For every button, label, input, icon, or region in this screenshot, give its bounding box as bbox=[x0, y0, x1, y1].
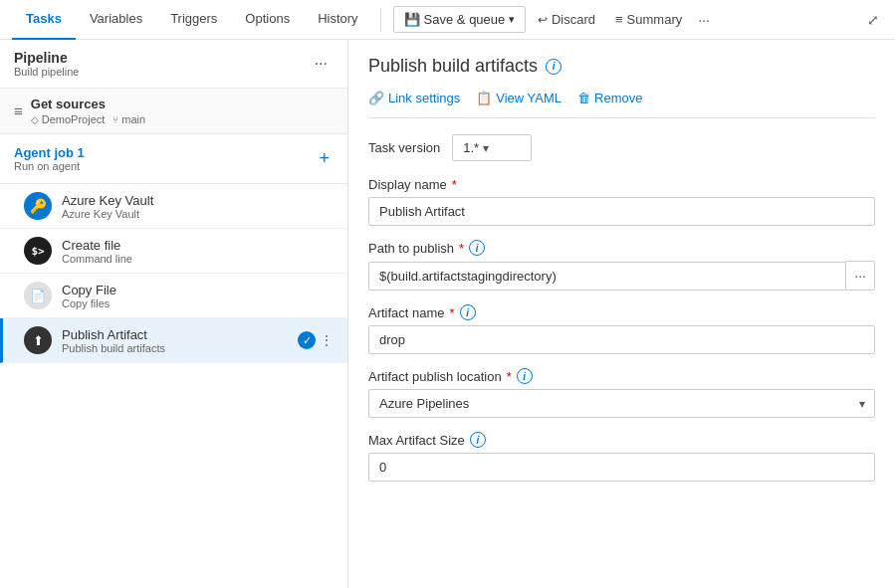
summary-button[interactable]: ≡ Summary bbox=[607, 8, 690, 31]
summary-icon: ≡ bbox=[615, 12, 623, 27]
version-chevron: ▾ bbox=[483, 141, 489, 155]
get-sources-branch: ⑂ main bbox=[112, 113, 145, 125]
path-input-wrapper: ··· bbox=[368, 261, 875, 291]
nav-actions: 💾 Save & queue ▾ ↩ Discard ≡ Summary ··· bbox=[393, 6, 714, 33]
create-file-name: Create file bbox=[62, 238, 132, 253]
main-layout: Pipeline Build pipeline ··· ≡ Get source… bbox=[0, 40, 895, 588]
task-item-create-file[interactable]: $> Create file Command line bbox=[0, 229, 347, 274]
create-file-sub: Command line bbox=[62, 253, 132, 265]
max-artifact-size-field: Max Artifact Size i bbox=[368, 432, 875, 482]
more-options-button[interactable]: ··· bbox=[694, 8, 714, 32]
save-queue-chevron: ▾ bbox=[509, 13, 515, 26]
task-version-label: Task version bbox=[368, 140, 440, 155]
agent-job-info: Agent job 1 Run on agent bbox=[14, 145, 85, 172]
artifact-publish-location-field: Artifact publish location * i Azure Pipe… bbox=[368, 368, 875, 418]
copy-file-text: Copy File Copy files bbox=[62, 283, 116, 309]
pipeline-title: Pipeline bbox=[14, 50, 79, 66]
azure-key-vault-name: Azure Key Vault bbox=[62, 193, 153, 208]
create-file-text: Create file Command line bbox=[62, 238, 132, 265]
panel-title-row: Publish build artifacts i bbox=[368, 56, 875, 77]
artifact-name-info-icon[interactable]: i bbox=[460, 304, 476, 320]
path-to-publish-input[interactable] bbox=[368, 262, 845, 291]
sidebar: Pipeline Build pipeline ··· ≡ Get source… bbox=[0, 40, 348, 588]
remove-button[interactable]: 🗑 Remove bbox=[577, 91, 642, 105]
get-sources-label: Get sources bbox=[31, 97, 145, 111]
top-nav: Tasks Variables Triggers Options History… bbox=[0, 0, 895, 40]
create-file-icon: $> bbox=[24, 237, 52, 265]
discard-button[interactable]: ↩ Discard bbox=[530, 7, 603, 32]
copy-file-sub: Copy files bbox=[62, 297, 116, 309]
publish-artifact-check: ✓ bbox=[298, 331, 316, 349]
display-name-required: * bbox=[452, 177, 457, 192]
agent-job-header: Agent job 1 Run on agent + bbox=[0, 134, 347, 184]
artifact-name-label: Artifact name * i bbox=[368, 304, 875, 320]
location-info-icon[interactable]: i bbox=[517, 368, 533, 384]
title-info-icon[interactable]: i bbox=[546, 59, 561, 75]
repo-icon: ◇ bbox=[31, 114, 39, 125]
artifact-publish-location-label: Artifact publish location * i bbox=[368, 368, 875, 384]
panel-title: Publish build artifacts bbox=[368, 56, 538, 77]
expand-icon[interactable]: ⤢ bbox=[863, 8, 883, 32]
nav-tabs: Tasks Variables Triggers Options History bbox=[12, 0, 372, 40]
publish-artifact-text: Publish Artifact Publish build artifacts bbox=[62, 327, 165, 354]
publish-artifact-name: Publish Artifact bbox=[62, 327, 165, 342]
copy-file-name: Copy File bbox=[62, 283, 116, 297]
link-settings-button[interactable]: 🔗 Link settings bbox=[368, 91, 460, 105]
tab-options[interactable]: Options bbox=[231, 0, 304, 40]
discard-icon: ↩ bbox=[538, 13, 548, 27]
tab-tasks[interactable]: Tasks bbox=[12, 0, 76, 40]
artifact-name-required: * bbox=[450, 305, 455, 320]
pipeline-info: Pipeline Build pipeline bbox=[14, 50, 79, 78]
view-yaml-button[interactable]: 📋 View YAML bbox=[476, 91, 561, 105]
publish-artifact-sub: Publish build artifacts bbox=[62, 342, 165, 354]
path-browse-button[interactable]: ··· bbox=[845, 261, 875, 291]
task-item-copy-file[interactable]: 📄 Copy File Copy files bbox=[0, 274, 347, 318]
task-item-publish-artifact[interactable]: ⬆ Publish Artifact Publish build artifac… bbox=[0, 318, 347, 363]
right-panel: Publish build artifacts i 🔗 Link setting… bbox=[348, 40, 895, 588]
tab-history[interactable]: History bbox=[304, 0, 371, 40]
publish-artifact-icon: ⬆ bbox=[24, 326, 52, 354]
get-sources-icon: ≡ bbox=[14, 102, 23, 119]
location-required: * bbox=[507, 369, 512, 384]
artifact-name-input[interactable] bbox=[368, 325, 875, 354]
task-item-azure-key-vault[interactable]: 🔑 Azure Key Vault Azure Key Vault bbox=[0, 184, 347, 229]
agent-job-title: Agent job 1 bbox=[14, 145, 85, 160]
get-sources-item[interactable]: ≡ Get sources ◇ DemoProject ⑂ main bbox=[0, 89, 347, 134]
pipeline-more-button[interactable]: ··· bbox=[309, 53, 334, 75]
max-artifact-size-input[interactable] bbox=[368, 453, 875, 482]
link-icon: 🔗 bbox=[368, 91, 384, 105]
save-queue-button[interactable]: 💾 Save & queue ▾ bbox=[393, 6, 527, 33]
get-sources-details: Get sources ◇ DemoProject ⑂ main bbox=[31, 97, 145, 125]
path-info-icon[interactable]: i bbox=[469, 240, 485, 256]
task-version-row: Task version 1.* ▾ bbox=[368, 134, 875, 161]
agent-job-sub: Run on agent bbox=[14, 160, 85, 172]
copy-file-icon: 📄 bbox=[24, 282, 52, 309]
nav-right: ⤢ bbox=[863, 8, 883, 32]
get-sources-meta: ◇ DemoProject ⑂ main bbox=[31, 113, 145, 125]
yaml-icon: 📋 bbox=[476, 91, 492, 105]
tab-triggers[interactable]: Triggers bbox=[156, 0, 231, 40]
pipeline-subtitle: Build pipeline bbox=[14, 66, 79, 78]
task-version-select[interactable]: 1.* ▾ bbox=[452, 134, 532, 161]
tab-variables[interactable]: Variables bbox=[76, 0, 156, 40]
artifact-publish-location-select[interactable]: Azure Pipelines File share bbox=[368, 389, 875, 418]
publish-artifact-actions: ✓ ⋮ bbox=[298, 331, 334, 349]
branch-icon: ⑂ bbox=[112, 114, 118, 125]
action-bar: 🔗 Link settings 📋 View YAML 🗑 Remove bbox=[368, 91, 875, 118]
nav-separator bbox=[380, 8, 381, 32]
max-size-info-icon[interactable]: i bbox=[470, 432, 486, 448]
save-queue-label: Save & queue bbox=[424, 12, 506, 27]
publish-artifact-more[interactable]: ⋮ bbox=[320, 332, 334, 348]
artifact-name-field: Artifact name * i bbox=[368, 304, 875, 354]
display-name-label: Display name * bbox=[368, 177, 875, 192]
display-name-field: Display name * bbox=[368, 177, 875, 226]
add-task-button[interactable]: + bbox=[315, 144, 334, 173]
azure-key-vault-icon: 🔑 bbox=[24, 192, 52, 220]
path-required: * bbox=[459, 241, 464, 256]
path-to-publish-label: Path to publish * i bbox=[368, 240, 875, 256]
display-name-input[interactable] bbox=[368, 197, 875, 226]
azure-key-vault-text: Azure Key Vault Azure Key Vault bbox=[62, 193, 153, 220]
location-select-wrapper: Azure Pipelines File share ▾ bbox=[368, 389, 875, 418]
remove-icon: 🗑 bbox=[577, 91, 590, 105]
get-sources-project: ◇ DemoProject bbox=[31, 113, 106, 125]
